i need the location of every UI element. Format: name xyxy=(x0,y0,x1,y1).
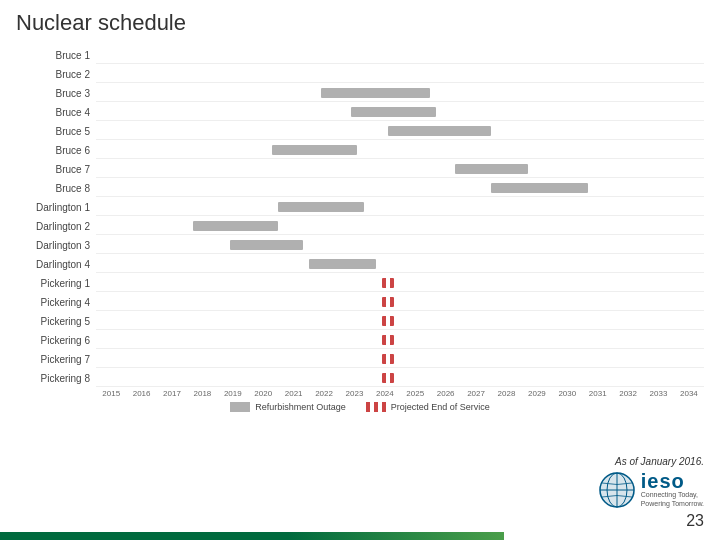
bar-solid xyxy=(351,107,436,117)
bar-solid xyxy=(230,240,303,250)
x-label: 2026 xyxy=(430,389,460,398)
x-label: 2018 xyxy=(187,389,217,398)
row-label: Pickering 4 xyxy=(16,297,96,308)
bar-solid xyxy=(278,202,363,212)
x-label: 2031 xyxy=(583,389,613,398)
row-bars xyxy=(96,84,704,102)
row-label: Darlington 2 xyxy=(16,221,96,232)
x-label: 2015 xyxy=(96,389,126,398)
row-bars xyxy=(96,179,704,197)
gantt-row: Pickering 8 xyxy=(16,369,704,387)
ieso-globe-icon xyxy=(599,472,635,508)
gantt-row: Bruce 7 xyxy=(16,160,704,178)
row-bars xyxy=(96,217,704,235)
x-label: 2027 xyxy=(461,389,491,398)
row-bars xyxy=(96,255,704,273)
row-bars xyxy=(96,293,704,311)
x-label: 2019 xyxy=(218,389,248,398)
page-title: Nuclear schedule xyxy=(0,0,720,42)
bar-dashed xyxy=(382,297,394,307)
row-label: Pickering 7 xyxy=(16,354,96,365)
bar-solid xyxy=(309,259,376,269)
row-bars xyxy=(96,312,704,330)
ieso-logo: ieso Connecting Today, Powering Tomorrow… xyxy=(599,471,704,508)
row-label: Bruce 7 xyxy=(16,164,96,175)
bar-dashed xyxy=(382,316,394,326)
bar-dashed xyxy=(382,335,394,345)
bar-solid xyxy=(321,88,430,98)
gantt-row: Bruce 5 xyxy=(16,122,704,140)
ieso-text-block: ieso Connecting Today, Powering Tomorrow… xyxy=(641,471,704,508)
bar-dashed xyxy=(382,278,394,288)
x-label: 2025 xyxy=(400,389,430,398)
row-label: Pickering 1 xyxy=(16,278,96,289)
row-bars xyxy=(96,103,704,121)
gantt-row: Pickering 6 xyxy=(16,331,704,349)
gantt-row: Pickering 1 xyxy=(16,274,704,292)
bar-solid xyxy=(388,126,491,136)
row-label: Darlington 4 xyxy=(16,259,96,270)
x-label: 2029 xyxy=(522,389,552,398)
row-label: Darlington 1 xyxy=(16,202,96,213)
x-label: 2034 xyxy=(674,389,704,398)
x-label: 2016 xyxy=(126,389,156,398)
bar-dashed xyxy=(382,354,394,364)
row-label: Bruce 6 xyxy=(16,145,96,156)
gantt-row: Darlington 4 xyxy=(16,255,704,273)
row-label: Bruce 1 xyxy=(16,50,96,61)
legend-dashed: Projected End of Service xyxy=(366,402,490,412)
gantt-row: Darlington 1 xyxy=(16,198,704,216)
row-bars xyxy=(96,141,704,159)
row-label: Bruce 2 xyxy=(16,69,96,80)
x-label: 2030 xyxy=(552,389,582,398)
x-axis: 2015201620172018201920202021202220232024… xyxy=(96,389,704,398)
row-bars xyxy=(96,160,704,178)
gantt-row: Bruce 6 xyxy=(16,141,704,159)
x-label: 2023 xyxy=(339,389,369,398)
gantt-row: Pickering 4 xyxy=(16,293,704,311)
x-label: 2024 xyxy=(370,389,400,398)
row-label: Bruce 5 xyxy=(16,126,96,137)
bar-solid xyxy=(455,164,528,174)
row-label: Pickering 8 xyxy=(16,373,96,384)
row-label: Pickering 6 xyxy=(16,335,96,346)
row-bars xyxy=(96,46,704,64)
gantt-row: Bruce 4 xyxy=(16,103,704,121)
gantt-row: Bruce 1 xyxy=(16,46,704,64)
legend-dashed-box xyxy=(366,402,386,412)
x-label: 2017 xyxy=(157,389,187,398)
row-bars xyxy=(96,122,704,140)
gantt-row: Darlington 2 xyxy=(16,217,704,235)
row-bars xyxy=(96,198,704,216)
row-bars xyxy=(96,236,704,254)
row-label: Darlington 3 xyxy=(16,240,96,251)
gantt-row: Pickering 7 xyxy=(16,350,704,368)
x-label: 2020 xyxy=(248,389,278,398)
row-bars xyxy=(96,274,704,292)
row-label: Bruce 3 xyxy=(16,88,96,99)
row-bars xyxy=(96,331,704,349)
x-label: 2033 xyxy=(643,389,673,398)
gantt-row: Darlington 3 xyxy=(16,236,704,254)
footer: As of January 2016. ieso Connecting Toda… xyxy=(599,456,704,530)
row-bars xyxy=(96,350,704,368)
legend-dashed-label: Projected End of Service xyxy=(391,402,490,412)
gantt-row: Pickering 5 xyxy=(16,312,704,330)
legend-solid-box xyxy=(230,402,250,412)
gantt-row: Bruce 3 xyxy=(16,84,704,102)
x-label: 2032 xyxy=(613,389,643,398)
gantt-row: Bruce 8 xyxy=(16,179,704,197)
row-label: Bruce 4 xyxy=(16,107,96,118)
bar-solid xyxy=(491,183,588,193)
as-of-text: As of January 2016. xyxy=(615,456,704,467)
bottom-bar xyxy=(0,532,720,540)
ieso-tagline-line1: Connecting Today, xyxy=(641,491,704,499)
x-label: 2028 xyxy=(491,389,521,398)
bar-solid xyxy=(272,145,357,155)
bar-dashed xyxy=(382,373,394,383)
bar-solid xyxy=(193,221,278,231)
legend: Refurbishment Outage Projected End of Se… xyxy=(16,402,704,412)
row-bars xyxy=(96,369,704,387)
legend-solid-label: Refurbishment Outage xyxy=(255,402,346,412)
gantt-row: Bruce 2 xyxy=(16,65,704,83)
